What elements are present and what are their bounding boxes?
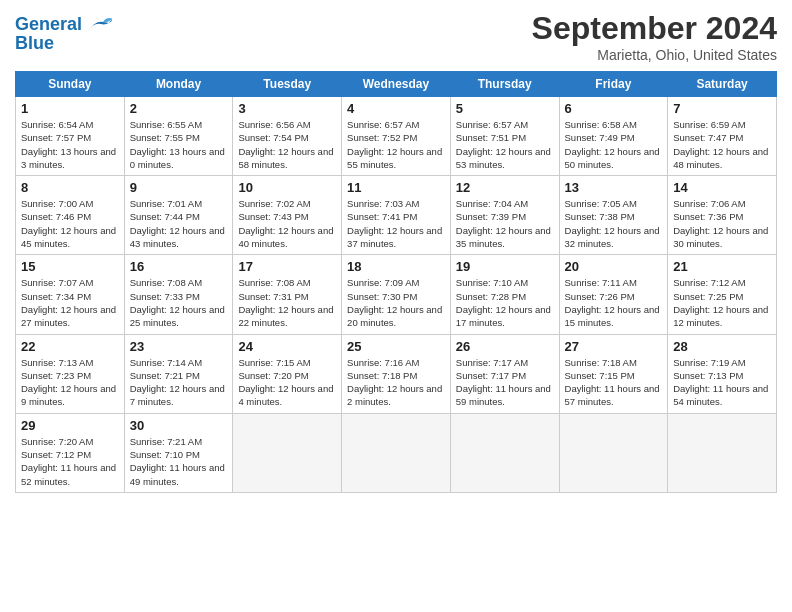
day-info: Sunrise: 7:04 AMSunset: 7:39 PMDaylight:… <box>456 197 554 250</box>
calendar-cell: 14Sunrise: 7:06 AMSunset: 7:36 PMDayligh… <box>668 176 777 255</box>
day-info: Sunrise: 7:14 AMSunset: 7:21 PMDaylight:… <box>130 356 228 409</box>
calendar-cell: 16Sunrise: 7:08 AMSunset: 7:33 PMDayligh… <box>124 255 233 334</box>
calendar-page: General Blue September 2024 Marietta, Oh… <box>0 0 792 503</box>
calendar-cell <box>450 413 559 492</box>
day-number: 16 <box>130 259 228 274</box>
day-info: Sunrise: 7:19 AMSunset: 7:13 PMDaylight:… <box>673 356 771 409</box>
day-info: Sunrise: 7:21 AMSunset: 7:10 PMDaylight:… <box>130 435 228 488</box>
logo-blue-text: Blue <box>15 34 114 54</box>
day-number: 27 <box>565 339 663 354</box>
title-area: September 2024 Marietta, Ohio, United St… <box>532 10 777 63</box>
calendar-cell: 12Sunrise: 7:04 AMSunset: 7:39 PMDayligh… <box>450 176 559 255</box>
day-number: 18 <box>347 259 445 274</box>
calendar-cell: 7Sunrise: 6:59 AMSunset: 7:47 PMDaylight… <box>668 97 777 176</box>
calendar-cell: 27Sunrise: 7:18 AMSunset: 7:15 PMDayligh… <box>559 334 668 413</box>
day-info: Sunrise: 6:58 AMSunset: 7:49 PMDaylight:… <box>565 118 663 171</box>
day-info: Sunrise: 6:57 AMSunset: 7:51 PMDaylight:… <box>456 118 554 171</box>
day-info: Sunrise: 7:12 AMSunset: 7:25 PMDaylight:… <box>673 276 771 329</box>
day-info: Sunrise: 7:08 AMSunset: 7:33 PMDaylight:… <box>130 276 228 329</box>
day-info: Sunrise: 7:09 AMSunset: 7:30 PMDaylight:… <box>347 276 445 329</box>
day-info: Sunrise: 7:15 AMSunset: 7:20 PMDaylight:… <box>238 356 336 409</box>
day-info: Sunrise: 6:54 AMSunset: 7:57 PMDaylight:… <box>21 118 119 171</box>
calendar-cell: 29Sunrise: 7:20 AMSunset: 7:12 PMDayligh… <box>16 413 125 492</box>
column-header-sunday: Sunday <box>16 72 125 97</box>
logo-bird-icon <box>86 14 114 36</box>
day-info: Sunrise: 7:18 AMSunset: 7:15 PMDaylight:… <box>565 356 663 409</box>
day-info: Sunrise: 6:55 AMSunset: 7:55 PMDaylight:… <box>130 118 228 171</box>
day-info: Sunrise: 6:57 AMSunset: 7:52 PMDaylight:… <box>347 118 445 171</box>
location: Marietta, Ohio, United States <box>532 47 777 63</box>
logo: General Blue <box>15 14 114 54</box>
calendar-cell: 13Sunrise: 7:05 AMSunset: 7:38 PMDayligh… <box>559 176 668 255</box>
day-info: Sunrise: 7:08 AMSunset: 7:31 PMDaylight:… <box>238 276 336 329</box>
day-info: Sunrise: 6:59 AMSunset: 7:47 PMDaylight:… <box>673 118 771 171</box>
calendar-cell: 10Sunrise: 7:02 AMSunset: 7:43 PMDayligh… <box>233 176 342 255</box>
calendar-cell: 24Sunrise: 7:15 AMSunset: 7:20 PMDayligh… <box>233 334 342 413</box>
calendar-cell: 17Sunrise: 7:08 AMSunset: 7:31 PMDayligh… <box>233 255 342 334</box>
day-number: 26 <box>456 339 554 354</box>
calendar-cell: 25Sunrise: 7:16 AMSunset: 7:18 PMDayligh… <box>342 334 451 413</box>
calendar-cell: 18Sunrise: 7:09 AMSunset: 7:30 PMDayligh… <box>342 255 451 334</box>
calendar-cell: 28Sunrise: 7:19 AMSunset: 7:13 PMDayligh… <box>668 334 777 413</box>
day-number: 19 <box>456 259 554 274</box>
calendar-week-row: 29Sunrise: 7:20 AMSunset: 7:12 PMDayligh… <box>16 413 777 492</box>
day-number: 13 <box>565 180 663 195</box>
day-number: 9 <box>130 180 228 195</box>
column-header-wednesday: Wednesday <box>342 72 451 97</box>
day-number: 5 <box>456 101 554 116</box>
day-number: 22 <box>21 339 119 354</box>
day-info: Sunrise: 7:11 AMSunset: 7:26 PMDaylight:… <box>565 276 663 329</box>
calendar-cell: 20Sunrise: 7:11 AMSunset: 7:26 PMDayligh… <box>559 255 668 334</box>
day-info: Sunrise: 7:02 AMSunset: 7:43 PMDaylight:… <box>238 197 336 250</box>
calendar-cell: 1Sunrise: 6:54 AMSunset: 7:57 PMDaylight… <box>16 97 125 176</box>
calendar-cell: 21Sunrise: 7:12 AMSunset: 7:25 PMDayligh… <box>668 255 777 334</box>
calendar-cell: 15Sunrise: 7:07 AMSunset: 7:34 PMDayligh… <box>16 255 125 334</box>
day-number: 10 <box>238 180 336 195</box>
column-header-thursday: Thursday <box>450 72 559 97</box>
day-number: 12 <box>456 180 554 195</box>
day-info: Sunrise: 7:00 AMSunset: 7:46 PMDaylight:… <box>21 197 119 250</box>
calendar-header-row: SundayMondayTuesdayWednesdayThursdayFrid… <box>16 72 777 97</box>
day-number: 24 <box>238 339 336 354</box>
day-number: 17 <box>238 259 336 274</box>
day-number: 8 <box>21 180 119 195</box>
calendar-week-row: 1Sunrise: 6:54 AMSunset: 7:57 PMDaylight… <box>16 97 777 176</box>
header: General Blue September 2024 Marietta, Oh… <box>15 10 777 63</box>
day-number: 20 <box>565 259 663 274</box>
calendar-cell: 19Sunrise: 7:10 AMSunset: 7:28 PMDayligh… <box>450 255 559 334</box>
day-info: Sunrise: 7:20 AMSunset: 7:12 PMDaylight:… <box>21 435 119 488</box>
day-info: Sunrise: 7:07 AMSunset: 7:34 PMDaylight:… <box>21 276 119 329</box>
day-info: Sunrise: 7:17 AMSunset: 7:17 PMDaylight:… <box>456 356 554 409</box>
day-info: Sunrise: 7:13 AMSunset: 7:23 PMDaylight:… <box>21 356 119 409</box>
day-info: Sunrise: 6:56 AMSunset: 7:54 PMDaylight:… <box>238 118 336 171</box>
day-number: 30 <box>130 418 228 433</box>
calendar-cell: 8Sunrise: 7:00 AMSunset: 7:46 PMDaylight… <box>16 176 125 255</box>
day-info: Sunrise: 7:03 AMSunset: 7:41 PMDaylight:… <box>347 197 445 250</box>
day-number: 14 <box>673 180 771 195</box>
day-number: 29 <box>21 418 119 433</box>
logo-text: General <box>15 15 82 35</box>
day-number: 25 <box>347 339 445 354</box>
calendar-cell: 9Sunrise: 7:01 AMSunset: 7:44 PMDaylight… <box>124 176 233 255</box>
calendar-cell: 11Sunrise: 7:03 AMSunset: 7:41 PMDayligh… <box>342 176 451 255</box>
calendar-cell <box>559 413 668 492</box>
day-number: 28 <box>673 339 771 354</box>
day-number: 4 <box>347 101 445 116</box>
day-number: 3 <box>238 101 336 116</box>
calendar-week-row: 22Sunrise: 7:13 AMSunset: 7:23 PMDayligh… <box>16 334 777 413</box>
day-info: Sunrise: 7:10 AMSunset: 7:28 PMDaylight:… <box>456 276 554 329</box>
calendar-cell <box>342 413 451 492</box>
column-header-friday: Friday <box>559 72 668 97</box>
calendar-cell: 23Sunrise: 7:14 AMSunset: 7:21 PMDayligh… <box>124 334 233 413</box>
calendar-cell: 22Sunrise: 7:13 AMSunset: 7:23 PMDayligh… <box>16 334 125 413</box>
day-number: 1 <box>21 101 119 116</box>
calendar-cell: 26Sunrise: 7:17 AMSunset: 7:17 PMDayligh… <box>450 334 559 413</box>
day-number: 7 <box>673 101 771 116</box>
day-number: 2 <box>130 101 228 116</box>
day-info: Sunrise: 7:01 AMSunset: 7:44 PMDaylight:… <box>130 197 228 250</box>
calendar-week-row: 15Sunrise: 7:07 AMSunset: 7:34 PMDayligh… <box>16 255 777 334</box>
column-header-saturday: Saturday <box>668 72 777 97</box>
day-info: Sunrise: 7:05 AMSunset: 7:38 PMDaylight:… <box>565 197 663 250</box>
calendar-cell <box>233 413 342 492</box>
day-number: 23 <box>130 339 228 354</box>
